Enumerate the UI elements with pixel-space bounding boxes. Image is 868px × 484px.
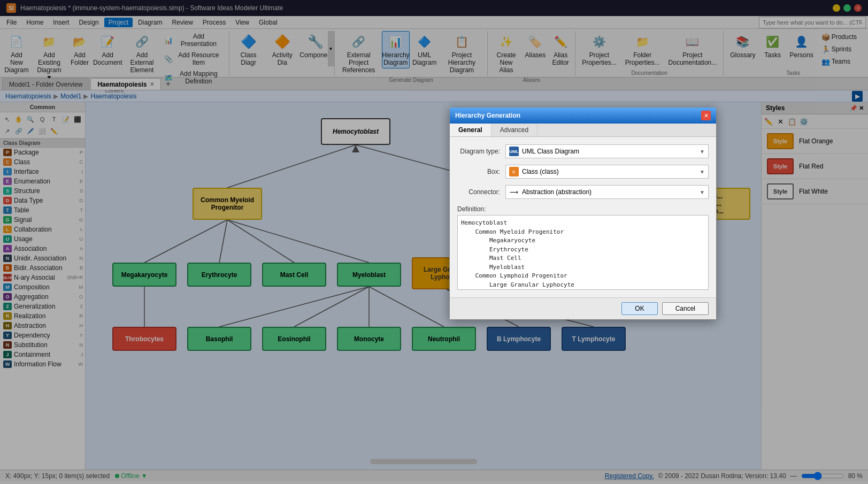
modal-overlay: Hierarchy Generation ✕ General Advanced … [0,0,868,484]
connector-label: Connector: [457,188,500,196]
modal-footer: OK Cancel [450,297,716,319]
modal-tabs: General Advanced [450,124,716,137]
uml-class-icon: UML [509,147,519,156]
box-select[interactable]: C Class (class) ▼ [505,165,709,179]
modal-close-button[interactable]: ✕ [701,111,711,120]
box-label: Box: [457,168,500,175]
class-box-icon: C [509,167,519,176]
connector-select[interactable]: ⟶ Abstraction (abstraction) ▼ [505,185,709,199]
diagram-type-select[interactable]: UML UML Class Diagram ▼ [505,144,709,158]
modal-tab-general[interactable]: General [450,124,491,136]
diagram-type-value: UML Class Diagram [522,148,579,155]
diagram-type-dropdown-icon: ▼ [700,149,705,155]
modal-definition-section: Definition: Hemocytoblast Common Myeloid… [457,205,709,290]
box-dropdown-icon: ▼ [700,169,705,175]
modal-cancel-button[interactable]: Cancel [662,302,709,315]
modal-title: Hierarchy Generation [455,112,520,119]
diagram-type-label: Diagram type: [457,148,500,155]
modal-title-bar: Hierarchy Generation ✕ [450,107,716,124]
connector-icon: ⟶ [509,188,519,196]
modal-ok-button[interactable]: OK [621,302,657,315]
modal-tab-advanced[interactable]: Advanced [491,124,537,136]
modal-field-diagram-type: Diagram type: UML UML Class Diagram ▼ [457,144,709,158]
hierarchy-generation-modal: Hierarchy Generation ✕ General Advanced … [449,107,717,320]
definition-label: Definition: [457,205,709,213]
definition-content[interactable]: Hemocytoblast Common Myeloid Progenitor … [457,215,709,290]
connector-value: Abstraction (abstraction) [522,188,592,196]
modal-field-box: Box: C Class (class) ▼ [457,165,709,179]
connector-dropdown-icon: ▼ [700,189,705,195]
box-value: Class (class) [522,168,559,175]
modal-field-connector: Connector: ⟶ Abstraction (abstraction) ▼ [457,185,709,199]
modal-body: Diagram type: UML UML Class Diagram ▼ Bo… [450,137,716,297]
